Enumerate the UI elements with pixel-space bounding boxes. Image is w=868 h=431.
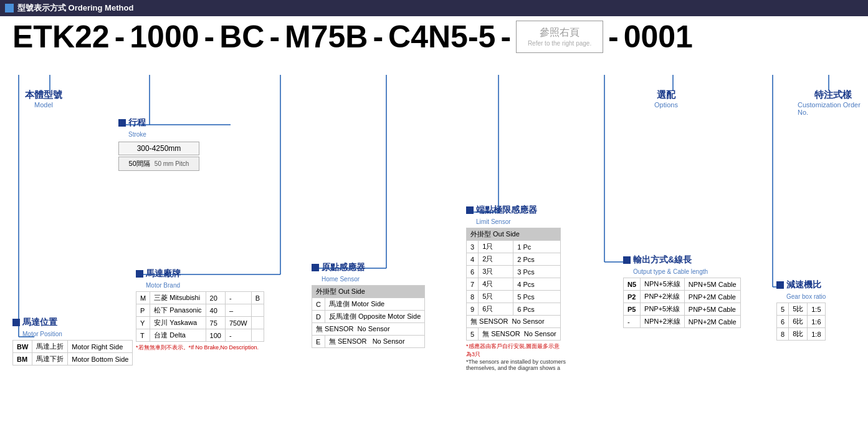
pitch-text: 50間隔 [129,160,150,167]
table-row: 5 5比 1:5 [777,303,826,316]
mp-code-bw: BW [13,341,32,353]
ls-note1: *感應器由客戶自行安裝,圖面最多示意 [466,342,566,351]
mb-750w: 750W [225,317,251,329]
gb-zh-8: 8比 [789,328,808,341]
table-row: 7 4只 4 Pcs [467,278,561,291]
hs-code-e: E [312,336,325,348]
gb-en-6: 1:6 [808,316,825,328]
out-zh-p5: PNP+5米線 [641,303,685,316]
model-part-m75b: M75B [285,19,368,55]
gb-zh-6: 6比 [789,316,808,328]
ls-en-4: 4 Pcs [513,278,560,291]
table-row: D 反馬達側 Opposite Motor Side [312,311,425,323]
ls-note2: 為3只 [466,351,566,359]
ls-zh-3: 3只 [479,266,513,278]
output-icon [623,256,631,264]
mb-val-20: 20 [206,292,225,304]
page-wrapper: 型號表示方式 Ordering Method ETK22 - 1000 - BC… [0,0,868,424]
output-en: Output type & Cable length [633,268,708,275]
mb-dash-2: – [225,304,251,317]
model-part-1000: 1000 [130,19,199,55]
mb-empty2 [251,317,264,329]
out-zh-dash: NPN+2米線 [641,316,685,328]
gearbox-zh: 減速機比 [786,279,821,291]
ls-en-5: 5 Pcs [513,291,560,303]
gearbox-en: Gear box ratio [786,293,826,300]
table-row: 外掛型 Out Side [467,228,561,241]
mb-val-100: 100 [206,329,225,342]
out-code-dash: - [624,316,641,328]
hs-val-e: 無 SENSOR No Sensor [325,336,424,348]
model-part-etk22: ETK22 [12,19,110,55]
output-header: 輸出方式&線長 [623,254,692,266]
ls-no-sensor: 無 SENSOR No Sensor [467,316,561,328]
hs-code-d: D [312,311,325,323]
table-row: T 台達 Delta 100 - [136,329,264,342]
mp-en-2: Motor Bottom Side [68,353,133,366]
table-row: - NPN+2米線 NPN+2M Cable [624,316,741,328]
customization-zh: 特注式樣 [814,89,852,101]
mb-dash-3: - [225,329,251,342]
stroke-icon [118,119,126,127]
table-row: 無 SENSOR No Sensor [312,323,425,336]
mb-code-y: Y [136,317,150,329]
ls-zh-6: 6只 [479,303,513,316]
mb-code-p: P [136,304,150,317]
table-row: 3 1只 1 Pc [467,241,561,253]
table-row: N5 NPN+5米線 NPN+5M Cable [624,278,741,291]
gb-code-6: 6 [777,316,789,328]
output-table: N5 NPN+5米線 NPN+5M Cable P2 PNP+2米線 PNP+2… [623,278,741,328]
ls-en-6: 6 Pcs [513,303,560,316]
motor-brand-table: M 三菱 Mitsubishi 20 - B P 松下 Panasonic 40… [136,291,264,342]
header-icon [5,4,14,12]
motor-brand-icon [136,270,143,278]
mb-name-m: 三菱 Mitsubishi [150,292,206,304]
gearbox-section: 減速機比 Gear box ratio 5 5比 1:5 6 6比 1:6 8 … [776,279,826,341]
model-part-0001: 0001 [624,19,693,55]
output-zh: 輸出方式&線長 [633,254,692,266]
table-row: P 松下 Panasonic 40 – [136,304,264,317]
dash-6: - [608,19,619,55]
home-sensor-table: 外掛型 Out Side C 馬達側 Motor Side D 反馬達側 Opp… [312,285,425,348]
table-row: P5 PNP+5米線 PNP+5M Cable [624,303,741,316]
model-label-en: Model [34,101,53,109]
table-row: BM 馬達下折 Motor Bottom Side [13,353,133,366]
dash-5: - [500,19,511,55]
out-code-p2: P2 [624,291,641,303]
out-en-p2: PNP+2M Cable [684,291,740,303]
dash-2: - [204,19,215,55]
dash-3: - [269,19,280,55]
gb-en-8: 1:8 [808,328,825,341]
stroke-zh: 行程 [128,117,146,128]
out-code-n5: N5 [624,278,641,291]
table-row: 5 無 SENSOR No Sensor [467,328,561,341]
model-part-c4n5: C4N5-5 [388,19,495,55]
gearbox-table: 5 5比 1:5 6 6比 1:6 8 8比 1:8 [776,303,826,341]
ls-header: 外掛型 Out Side [467,228,561,241]
model-part-bc: BC [219,19,264,55]
gearbox-header: 減速機比 [776,279,821,291]
ls-en-1: 1 Pc [513,241,560,253]
out-zh-p2: PNP+2米線 [641,291,685,303]
ls-code-8: 8 [467,291,479,303]
ls-zh-5: 5只 [479,291,513,303]
gb-code-8: 8 [777,328,789,341]
ls-zh-4: 4只 [479,278,513,291]
out-zh-n5: NPN+5米線 [641,278,685,291]
motor-brand-zh: 馬達廠牌 [146,268,181,279]
hs-no-sensor: 無 SENSOR No Sensor [312,323,425,336]
output-section: 輸出方式&線長 Output type & Cable length N5 NP… [623,254,741,328]
refer-text-en: Refer to the right page. [527,39,593,47]
motor-position-icon [12,319,20,326]
table-row: C 馬達側 Motor Side [312,298,425,311]
motor-position-section: 馬達位置 Motor Position BW 馬達上折 Motor Right … [12,317,133,366]
table-row: 8 5只 5 Pcs [467,291,561,303]
hs-val-c: 馬達側 Motor Side [325,298,424,311]
mb-name-y: 安川 Yaskawa [150,317,206,329]
limit-sensor-zh: 端點極限感應器 [476,205,537,216]
header-bar: 型號表示方式 Ordering Method [0,0,868,16]
customization-label-block: 特注式樣 Customization Order No. [798,89,868,116]
gb-zh-5: 5比 [789,303,808,316]
mb-dash-1: - [225,292,251,304]
hs-header: 外掛型 Out Side [312,286,425,298]
